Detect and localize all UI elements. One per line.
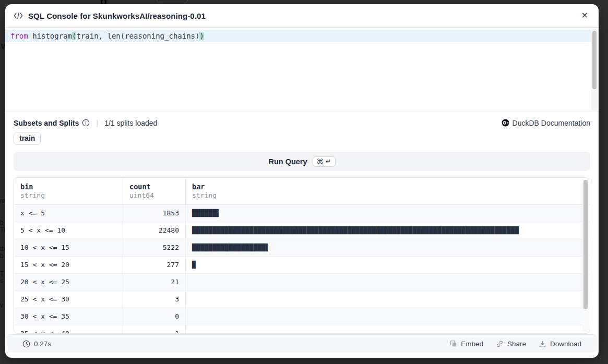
bin-cell: 5 < x <= 10 [14, 222, 123, 239]
backdrop-text-fragment: b [0, 252, 4, 260]
download-label: Download [550, 340, 581, 348]
share-label: Share [507, 340, 526, 348]
count-cell: 21 [123, 274, 186, 291]
editor-scrollbar-thumb[interactable] [592, 31, 597, 89]
column-header-bin[interactable]: bin string [14, 178, 123, 205]
sql-args: train, len(reasoning_chains) [76, 32, 199, 40]
duckdb-documentation-label: DuckDB Documentation [512, 119, 590, 127]
subsets-row: Subsets and Splits | 1/1 splits loaded D… [5, 112, 599, 127]
run-query-label: Run Query [268, 157, 307, 166]
backdrop-text-fragment: T [0, 270, 4, 277]
download-button[interactable]: Download [539, 340, 581, 348]
table-body: x <= 51853██████▌5 < x <= 1022480███████… [14, 205, 590, 334]
info-icon[interactable] [82, 119, 90, 127]
sql-console-modal: SQL Console for SkunkworksAI/reasoning-0… [5, 4, 599, 358]
run-query-button[interactable]: Run Query ⌘ ↵ [14, 152, 590, 171]
backdrop-text-fragment: th [0, 245, 5, 252]
split-badge-train[interactable]: train [14, 132, 41, 145]
count-cell: 0 [123, 308, 186, 325]
table-scrollbar-thumb[interactable] [583, 180, 588, 309]
table-row: 35 < x <= 401 [14, 325, 590, 334]
backdrop-text-fragment: b [0, 219, 4, 226]
bar-cell: ██████▌ [186, 205, 590, 222]
backdrop-pill-fragment [157, 0, 188, 3]
backdrop-text-fragment: s [0, 277, 3, 285]
code-icon [14, 12, 23, 19]
query-duration: 0.27s [22, 340, 51, 348]
subsets-label: Subsets and Splits [14, 119, 79, 127]
count-cell: 277 [123, 257, 186, 274]
table-row: 5 < x <= 1022480████████████████████████… [14, 222, 590, 239]
keyboard-shortcut-badge: ⌘ ↵ [313, 156, 336, 167]
bin-cell: 25 < x <= 30 [14, 291, 123, 308]
bin-cell: 15 < x <= 20 [14, 257, 123, 274]
bar-cell: ▉ [186, 257, 590, 274]
bin-cell: 20 < x <= 25 [14, 274, 123, 291]
sql-close-bracket: ) [199, 32, 204, 40]
table-header-row: bin string count uint64 bar string [14, 178, 590, 205]
bar-cell: ██████████████████▌ [186, 239, 590, 257]
bar-cell [186, 291, 590, 308]
modal-footer: 0.27s Embed Share [7, 334, 597, 353]
count-cell: 5222 [123, 239, 186, 257]
download-icon [539, 340, 546, 348]
column-header-bar[interactable]: bar string [186, 178, 590, 205]
count-cell: 1853 [123, 205, 186, 222]
count-cell: 3 [123, 291, 186, 308]
sql-function: histogram [28, 32, 72, 40]
duckdb-logo-icon [502, 119, 509, 127]
table-row: 25 < x <= 303 [14, 291, 590, 308]
table-row: x <= 51853██████▌ [14, 205, 590, 222]
splits-loaded-status: 1/1 splits loaded [104, 119, 157, 127]
bin-cell: 30 < x <= 35 [14, 308, 123, 325]
separator: | [96, 118, 98, 127]
modal-title: SQL Console for SkunkworksAI/reasoning-0… [28, 11, 206, 20]
close-icon[interactable]: ✕ [579, 9, 590, 22]
modal-header: SQL Console for SkunkworksAI/reasoning-0… [5, 4, 599, 27]
embed-label: Embed [461, 340, 483, 348]
bar-cell [186, 308, 590, 325]
splits-list: train [5, 127, 599, 145]
embed-button[interactable]: Embed [450, 340, 483, 348]
link-icon [496, 340, 504, 348]
table-row: 20 < x <= 2521 [14, 274, 590, 291]
bin-cell: 35 < x <= 40 [14, 325, 123, 334]
results-table: bin string count uint64 bar string x <= … [14, 177, 590, 334]
bar-cell [186, 274, 590, 291]
table-row: 10 < x <= 155222██████████████████▌ [14, 239, 590, 257]
duckdb-documentation-link[interactable]: DuckDB Documentation [502, 119, 590, 127]
backdrop-text-fragment: v [0, 301, 3, 309]
bin-cell: 10 < x <= 15 [14, 239, 123, 257]
bar-cell [186, 325, 590, 334]
duration-value: 0.27s [34, 340, 51, 348]
copy-icon [450, 340, 457, 347]
count-cell: 22480 [123, 222, 186, 239]
bar-cell: ████████████████████████████████████████… [186, 222, 590, 239]
footer-actions: Embed Share Download [450, 340, 581, 348]
table-scrollbar[interactable] [582, 179, 589, 332]
count-cell: 1 [123, 325, 186, 334]
table-row: 30 < x <= 350 [14, 308, 590, 325]
bin-cell: x <= 5 [14, 205, 123, 222]
column-header-count[interactable]: count uint64 [123, 178, 186, 205]
editor-scrollbar[interactable] [591, 29, 598, 111]
sql-keyword: from [10, 32, 28, 40]
clock-icon [22, 340, 30, 348]
sql-code-line[interactable]: from histogram(train, len(reasoning_chai… [5, 30, 591, 42]
sql-editor[interactable]: from histogram(train, len(reasoning_chai… [5, 27, 599, 112]
share-button[interactable]: Share [496, 340, 526, 348]
table-row: 15 < x <= 20277▉ [14, 257, 590, 274]
